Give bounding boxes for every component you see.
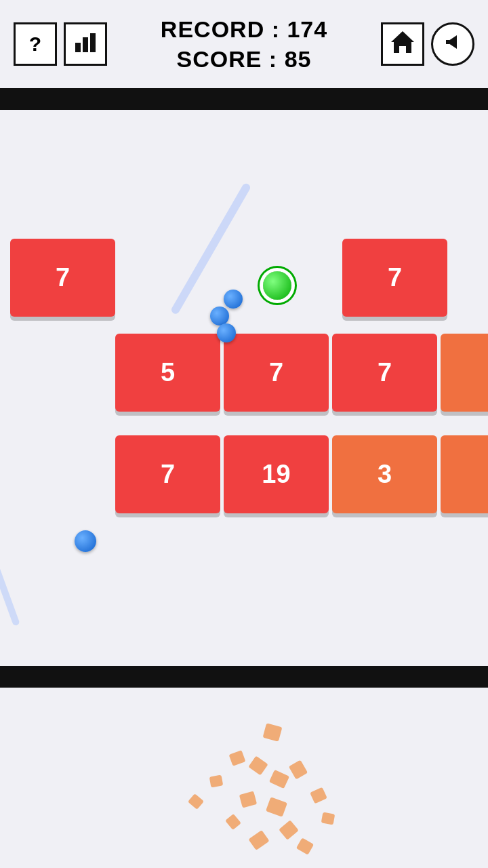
scatter-3: [248, 755, 268, 775]
scatter-5: [269, 770, 289, 789]
header: ? RECORD : 174 SCORE : 85: [0, 0, 488, 88]
scatter-9: [266, 797, 287, 817]
chart-icon: [74, 31, 97, 58]
svg-rect-1: [83, 37, 88, 52]
block-row2-1[interactable]: 5: [115, 334, 220, 412]
scatter-11: [225, 814, 241, 830]
svg-rect-5: [446, 40, 449, 44]
blue-ball-1: [224, 290, 243, 309]
svg-marker-4: [449, 35, 457, 49]
sound-button[interactable]: [431, 22, 474, 66]
block-row2-4[interactable]: [441, 334, 488, 412]
scatter-7: [188, 793, 204, 810]
blue-ball-2: [210, 307, 229, 326]
block-row1-left[interactable]: 7: [10, 239, 115, 317]
svg-marker-3: [391, 31, 414, 53]
block-row3-2[interactable]: 19: [224, 435, 329, 513]
block-row2-3[interactable]: 7: [332, 334, 437, 412]
scatter-10: [310, 787, 327, 804]
scatter-2: [229, 750, 246, 766]
scatter-13: [321, 812, 336, 825]
svg-rect-0: [75, 43, 81, 52]
score-display: RECORD : 174 SCORE : 85: [161, 14, 327, 74]
bottom-barrier: [0, 666, 488, 688]
bottom-area: [0, 688, 488, 868]
score-text: SCORE : 85: [161, 44, 327, 74]
trajectory-secondary: [0, 509, 20, 627]
block-row1-right[interactable]: 7: [342, 239, 447, 317]
block-row3-4[interactable]: [441, 435, 488, 513]
header-right-icons: [381, 22, 474, 66]
scatter-4: [209, 775, 224, 788]
block-row3-3[interactable]: 3: [332, 435, 437, 513]
svg-rect-2: [90, 33, 96, 52]
header-left-icons: ?: [14, 22, 107, 66]
blue-ball-shooter: [75, 530, 96, 552]
scatter-12: [279, 820, 299, 840]
scatter-8: [239, 791, 257, 808]
block-row2-2[interactable]: 7: [224, 334, 329, 412]
home-icon: [390, 30, 415, 59]
leaderboard-button[interactable]: [64, 22, 107, 66]
home-button[interactable]: [381, 22, 424, 66]
help-icon: ?: [29, 33, 41, 56]
green-bonus-ball[interactable]: [263, 271, 291, 300]
scatter-14: [248, 830, 269, 850]
blue-ball-3: [217, 323, 236, 342]
top-barrier: [0, 88, 488, 110]
game-area[interactable]: 7 7 5 7 7 7 19 3: [0, 110, 488, 666]
record-text: RECORD : 174: [161, 14, 327, 44]
sound-icon: [442, 31, 464, 58]
scatter-15: [296, 837, 314, 855]
help-button[interactable]: ?: [14, 22, 57, 66]
scatter-1: [263, 723, 283, 741]
scatter-6: [289, 760, 308, 779]
block-row3-1[interactable]: 7: [115, 435, 220, 513]
